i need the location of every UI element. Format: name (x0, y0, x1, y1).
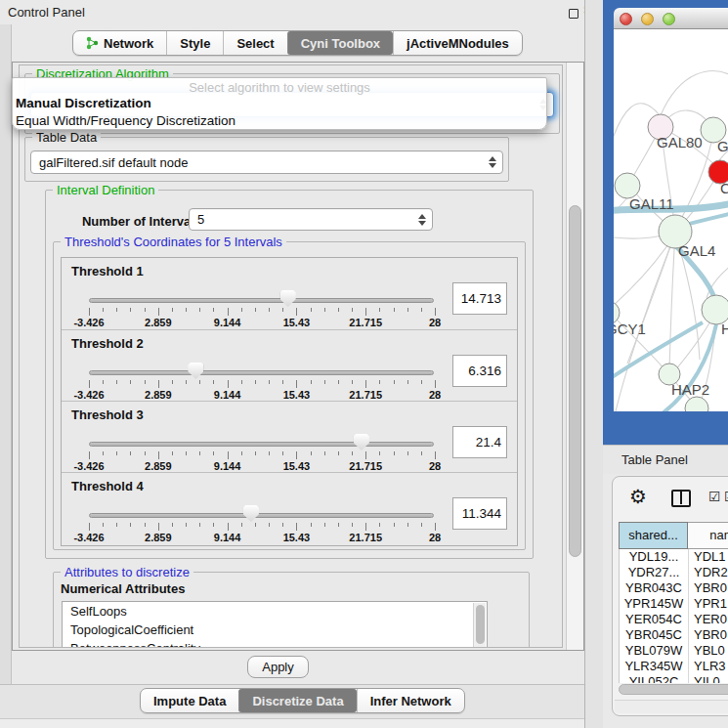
attributes-scrollbar[interactable] (473, 603, 486, 648)
table-row[interactable]: YBR043CYBR0 (620, 580, 728, 596)
attribute-item[interactable]: TopologicalCoefficient (63, 621, 487, 639)
tab-select[interactable]: Select (223, 31, 286, 55)
tab-label: Select (236, 36, 274, 51)
threshold-value-field[interactable]: 14.713 (452, 282, 507, 315)
tick-mark (213, 380, 214, 384)
slider-thumb[interactable] (243, 505, 259, 522)
minimize-traffic-light-icon[interactable] (641, 13, 654, 25)
slider-track[interactable] (89, 298, 434, 303)
slider-track[interactable] (89, 442, 434, 447)
close-traffic-light-icon[interactable] (620, 13, 632, 25)
tick-mark (158, 523, 159, 531)
tick-mark (352, 451, 353, 455)
combo-arrows-icon (418, 209, 426, 230)
tab-impute-data[interactable]: Impute Data (141, 689, 238, 712)
tick-mark (186, 451, 187, 455)
attributes-scrollbar-thumb[interactable] (476, 605, 485, 644)
attribute-item[interactable]: SelfLoops (63, 602, 487, 621)
tick-mark (103, 451, 104, 455)
table-row[interactable]: YIL052CYIL0 (620, 674, 728, 683)
numerical-attributes-list[interactable]: SelfLoopsTopologicalCoefficientBetweenne… (62, 601, 488, 648)
tick-mark (435, 380, 436, 388)
tick-mark (213, 451, 214, 455)
float-window-icon[interactable] (569, 9, 578, 19)
tab-jactivemnodules[interactable]: jActiveMNodules (393, 31, 522, 55)
network-canvas[interactable]: GAL80GACGAL11GAL4GCY1HHAP2 (614, 29, 728, 411)
threshold-value-field[interactable]: 11.344 (452, 497, 507, 530)
tab-cyni-toolbox[interactable]: Cyni Toolbox (287, 31, 393, 55)
split-pane-icon[interactable] (671, 490, 691, 507)
table-cell: YIL052C (620, 674, 689, 683)
table-header-row: shared...name (619, 522, 728, 549)
tab-style[interactable]: Style (166, 31, 223, 55)
scale-label: -3.426 (73, 460, 104, 472)
tab-network[interactable]: Network (73, 31, 166, 55)
tick-mark (269, 380, 270, 384)
slider-thumb[interactable] (188, 363, 203, 379)
tick-mark (394, 523, 395, 527)
table-row[interactable]: YBR045CYBR0 (620, 627, 728, 643)
tick-mark (89, 523, 90, 531)
table-row[interactable]: YPR145WYPR1 (620, 596, 728, 612)
network-graph[interactable]: GAL80GACGAL11GAL4GCY1HHAP2 (614, 29, 728, 411)
table-data-combo[interactable]: galFiltered.sif default node (30, 150, 503, 174)
number-of-intervals-combo[interactable]: 5 (189, 208, 433, 231)
left-scroll-strip[interactable] (0, 24, 12, 728)
tick-mark (116, 308, 117, 312)
tick-mark (296, 523, 297, 531)
threshold-value-field[interactable]: 21.4 (452, 426, 507, 458)
panel-divider[interactable] (584, 0, 603, 728)
table-row[interactable]: YDR27...YDR2 (620, 565, 728, 580)
slider-thumb[interactable] (354, 434, 369, 450)
algorithm-option-manual-discretization[interactable]: Manual Discretization (13, 95, 546, 112)
threshold-row: Threshold 3 -3.4262.8599.14415.4321.7152… (62, 401, 517, 472)
tab-infer-network[interactable]: Infer Network (357, 689, 464, 712)
tick-mark (241, 380, 242, 384)
numerical-attributes-label: Numerical Attributes (61, 581, 185, 596)
slider-thumb[interactable] (280, 290, 296, 307)
tick-mark (199, 308, 200, 312)
tick-mark (269, 523, 270, 527)
tab-discretize-data[interactable]: Discretize Data (238, 689, 356, 712)
tick-mark (282, 451, 283, 455)
threshold-row: Threshold 1 -3.4262.8599.14415.4321.7152… (62, 258, 517, 329)
scale-label: 21.715 (349, 389, 382, 401)
tick-mark (365, 380, 366, 388)
tick-mark (130, 380, 131, 384)
apply-button[interactable]: Apply (247, 656, 309, 678)
table-row[interactable]: YDL19...YDL1 (620, 549, 728, 565)
table-row[interactable]: YBL079WYBL0 (620, 643, 728, 659)
zoom-traffic-light-icon[interactable] (663, 13, 675, 25)
main-scrollbar-thumb[interactable] (569, 205, 581, 557)
table-horizontal-scrollbar[interactable] (619, 684, 728, 695)
tick-mark (172, 308, 173, 312)
scale-label: 2.859 (145, 460, 172, 472)
checkbox-icon[interactable]: ☑ (708, 489, 721, 504)
tick-mark (130, 523, 131, 527)
scale-label: 28 (429, 460, 441, 472)
tick-mark (282, 380, 283, 384)
table-cell: YLR345W (620, 659, 689, 674)
threshold-value-field[interactable]: 6.316 (452, 355, 507, 387)
tick-mark (89, 380, 90, 388)
checkbox-icon[interactable]: ☑ (724, 489, 728, 504)
algorithm-option-equal-width-frequency-discretization[interactable]: Equal Width/Frequency Discretization (13, 112, 546, 130)
tab-label: Impute Data (153, 694, 226, 708)
tick-mark (379, 451, 380, 455)
tick-mark (186, 523, 187, 527)
scale-label: 2.859 (145, 317, 172, 328)
tick-mark (269, 451, 270, 455)
column-header-shared-[interactable]: shared... (619, 522, 688, 549)
slider-track[interactable] (89, 370, 434, 375)
threshold-label: Threshold 4 (71, 479, 144, 493)
attribute-item[interactable]: BetweennessCentrality (63, 639, 487, 648)
network-node[interactable] (685, 397, 708, 411)
tick-mark (352, 308, 353, 312)
slider-track[interactable] (89, 513, 434, 518)
scale-label: 21.715 (349, 317, 382, 328)
table-row[interactable]: YER054CYER0 (620, 612, 728, 627)
column-header-name[interactable]: name (688, 522, 728, 549)
network-window-titlebar[interactable] (614, 8, 728, 29)
table-row[interactable]: YLR345WYLR3 (620, 659, 728, 674)
gear-icon[interactable]: ⚙ (629, 485, 647, 508)
